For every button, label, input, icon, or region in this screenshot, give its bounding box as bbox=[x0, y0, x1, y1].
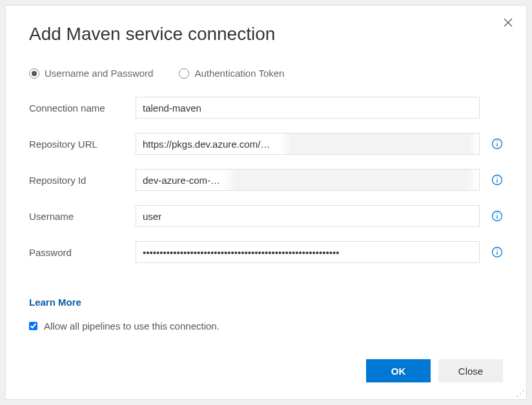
add-service-connection-dialog: Add Maven service connection Username an… bbox=[5, 5, 527, 400]
allow-pipelines-label: Allow all pipelines to use this connecti… bbox=[44, 321, 220, 331]
svg-point-13 bbox=[496, 249, 498, 250]
connection-name-input[interactable] bbox=[136, 97, 480, 119]
password-input[interactable] bbox=[136, 241, 480, 263]
auth-type-radiogroup: Username and Password Authentication Tok… bbox=[29, 68, 503, 79]
allow-pipelines-row[interactable]: Allow all pipelines to use this connecti… bbox=[29, 321, 503, 331]
learn-more-link[interactable]: Learn More bbox=[29, 297, 503, 308]
info-icon[interactable] bbox=[491, 210, 503, 222]
info-icon[interactable] bbox=[491, 246, 503, 258]
svg-point-4 bbox=[496, 141, 498, 142]
allow-pipelines-checkbox[interactable] bbox=[29, 322, 37, 330]
radio-label: Username and Password bbox=[45, 68, 153, 79]
radio-icon bbox=[179, 68, 189, 79]
close-icon[interactable] bbox=[503, 17, 513, 30]
username-label: Username bbox=[29, 211, 136, 222]
repository-url-input[interactable] bbox=[136, 133, 480, 155]
close-button[interactable]: Close bbox=[438, 359, 503, 382]
radio-icon bbox=[29, 68, 39, 79]
auth-token-radio[interactable]: Authentication Token bbox=[179, 68, 284, 79]
repository-url-label: Repository URL bbox=[29, 139, 136, 150]
connection-name-label: Connection name bbox=[29, 103, 136, 114]
info-icon[interactable] bbox=[491, 138, 503, 150]
password-row: Password bbox=[29, 241, 503, 263]
password-label: Password bbox=[29, 247, 136, 258]
info-icon[interactable] bbox=[491, 174, 503, 186]
connection-name-row: Connection name bbox=[29, 97, 503, 119]
dialog-title: Add Maven service connection bbox=[29, 24, 503, 44]
ok-button[interactable]: OK bbox=[366, 359, 431, 382]
svg-point-7 bbox=[496, 177, 498, 178]
repository-id-label: Repository Id bbox=[29, 175, 136, 186]
auth-username-password-radio[interactable]: Username and Password bbox=[29, 68, 153, 79]
radio-label: Authentication Token bbox=[194, 68, 284, 79]
repository-id-input[interactable] bbox=[136, 169, 480, 191]
dialog-button-row: OK Close bbox=[29, 359, 503, 386]
svg-point-10 bbox=[496, 213, 498, 214]
repository-id-row: Repository Id bbox=[29, 169, 503, 191]
username-row: Username bbox=[29, 205, 503, 227]
username-input[interactable] bbox=[136, 205, 480, 227]
resize-grip-icon[interactable]: ⋰ bbox=[516, 389, 525, 398]
repository-url-row: Repository URL bbox=[29, 133, 503, 155]
